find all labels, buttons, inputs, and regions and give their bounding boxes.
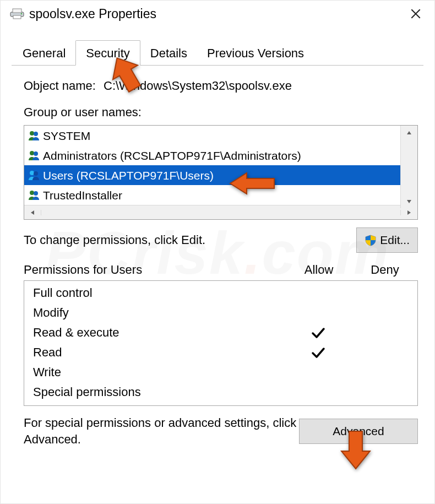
svg-point-7 [34, 151, 38, 156]
dialog-body: Object name: C:\Windows\System32\spoolsv… [1, 66, 434, 447]
permission-row: Read & execute [33, 323, 417, 343]
vertical-scrollbar[interactable] [400, 126, 417, 208]
advanced-hint: For special permissions or advanced sett… [24, 415, 299, 447]
edit-row: To change permissions, click Edit. Edit.… [24, 227, 418, 253]
tab-general[interactable]: General [13, 41, 75, 65]
permission-row: Read [33, 343, 417, 362]
list-item-label: TrustedInstaller [43, 189, 122, 201]
list-item-label: SYSTEM [43, 130, 90, 142]
list-item[interactable]: Administrators (RCSLAPTOP971F\Administra… [24, 145, 401, 165]
close-button[interactable] [407, 5, 425, 23]
users-icon [28, 189, 41, 200]
list-item-label: Administrators (RCSLAPTOP971F\Administra… [43, 150, 301, 161]
tab-strip: General Security Details Previous Versio… [12, 40, 423, 66]
list-item[interactable]: TrustedInstaller [24, 185, 401, 205]
scroll-down-button[interactable] [401, 194, 417, 208]
title-bar: spoolsv.exe Properties [1, 1, 434, 28]
list-item[interactable]: SYSTEM [24, 126, 401, 145]
allow-column-header: Allow [286, 263, 352, 277]
permission-name: Write [33, 365, 285, 380]
edit-button[interactable]: Edit... [356, 227, 418, 253]
properties-dialog: PCrisk.com spoolsv.exe Properties Genera… [0, 0, 435, 504]
annotation-arrow-security-tab [110, 55, 143, 93]
permissions-title: Permissions for Users [24, 263, 286, 277]
users-icon [28, 170, 41, 181]
allow-cell [285, 345, 351, 360]
users-icon [28, 130, 41, 141]
edit-button-label: Edit... [380, 234, 410, 247]
edit-hint: To change permissions, click Edit. [24, 233, 356, 247]
permission-row: Write [33, 362, 417, 382]
object-name-row: Object name: C:\Windows\System32\spoolsv… [24, 79, 418, 93]
svg-point-3 [21, 13, 23, 15]
list-item-label: Users (RCSLAPTOP971F\Users) [43, 170, 214, 181]
svg-point-10 [30, 191, 34, 195]
svg-point-9 [34, 171, 38, 176]
permission-name: Read & execute [33, 326, 285, 340]
permissions-header: Permissions for Users Allow Deny [24, 263, 418, 277]
permission-row: Special permissions [33, 382, 417, 402]
annotation-arrow-advanced-button [340, 429, 371, 470]
svg-point-8 [30, 171, 34, 175]
permission-name: Full control [33, 286, 285, 300]
groups-listbox[interactable]: SYSTEM Administrators (RCSLAPTOP971F\Adm… [24, 125, 418, 220]
svg-rect-1 [13, 9, 21, 13]
tab-details[interactable]: Details [140, 41, 197, 65]
horizontal-scrollbar[interactable] [24, 205, 417, 219]
scroll-up-button[interactable] [401, 126, 417, 139]
permission-name: Modify [33, 306, 285, 320]
scroll-right-button[interactable] [400, 210, 417, 215]
svg-point-6 [30, 151, 34, 155]
svg-point-5 [34, 132, 38, 136]
scroll-left-button[interactable] [24, 210, 41, 215]
object-name-label: Object name: [24, 79, 104, 93]
permissions-box: Full controlModifyRead & executeReadWrit… [24, 280, 418, 406]
list-item-selected[interactable]: Users (RCSLAPTOP971F\Users) [24, 165, 401, 185]
permission-name: Read [33, 345, 285, 360]
annotation-arrow-users-item [228, 171, 276, 196]
permission-row: Full control [33, 283, 417, 303]
printer-icon [9, 8, 25, 20]
svg-point-4 [30, 131, 34, 136]
deny-column-header: Deny [352, 263, 418, 277]
permission-name: Special permissions [33, 385, 285, 399]
svg-point-11 [34, 191, 38, 196]
users-icon [28, 150, 41, 161]
svg-rect-2 [13, 15, 21, 19]
groups-label: Group or user names: [24, 105, 418, 120]
tab-previous-versions[interactable]: Previous Versions [197, 41, 314, 65]
allow-cell [285, 326, 351, 340]
permission-row: Modify [33, 303, 417, 323]
uac-shield-icon [365, 234, 377, 246]
window-title: spoolsv.exe Properties [29, 7, 156, 21]
